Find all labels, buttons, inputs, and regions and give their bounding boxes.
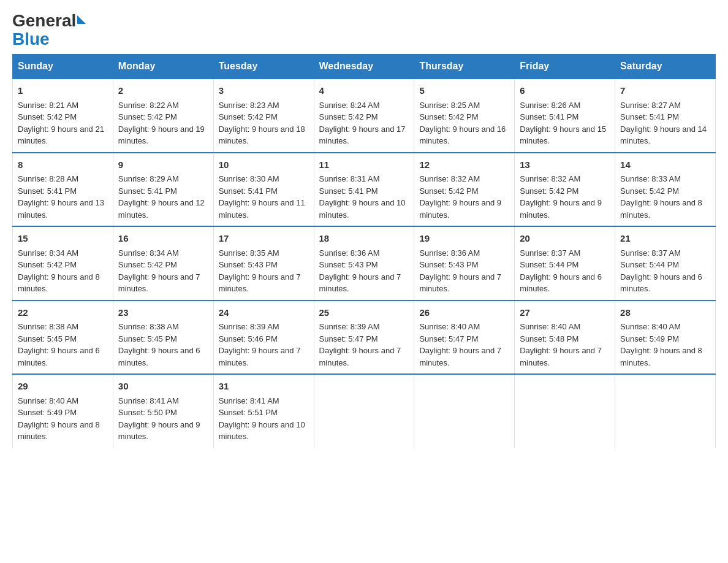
day-number: 15 xyxy=(18,232,108,246)
day-daylight: Daylight: 9 hours and 9 minutes. xyxy=(520,198,602,220)
day-number: 26 xyxy=(419,306,509,320)
day-sunrise: Sunrise: 8:23 AM xyxy=(219,101,279,110)
day-sunset: Sunset: 5:42 PM xyxy=(620,186,679,196)
day-sunrise: Sunrise: 8:41 AM xyxy=(219,396,279,405)
calendar-day-14: 14Sunrise: 8:33 AMSunset: 5:42 PMDayligh… xyxy=(615,153,716,227)
day-daylight: Daylight: 9 hours and 13 minutes. xyxy=(18,198,104,220)
day-sunrise: Sunrise: 8:38 AM xyxy=(18,322,78,331)
day-number: 23 xyxy=(118,306,208,320)
day-daylight: Daylight: 9 hours and 9 minutes. xyxy=(419,198,501,220)
calendar-header: SundayMondayTuesdayWednesdayThursdayFrid… xyxy=(13,55,716,79)
day-sunset: Sunset: 5:45 PM xyxy=(18,334,77,343)
page-header: General Blue xyxy=(12,12,716,48)
calendar-week-3: 15Sunrise: 8:34 AMSunset: 5:42 PMDayligh… xyxy=(13,226,716,301)
day-number: 2 xyxy=(118,84,208,98)
day-number: 14 xyxy=(620,158,710,172)
day-number: 16 xyxy=(118,232,208,246)
day-sunrise: Sunrise: 8:32 AM xyxy=(419,174,480,183)
day-daylight: Daylight: 9 hours and 6 minutes. xyxy=(118,346,200,367)
day-sunset: Sunset: 5:43 PM xyxy=(219,260,278,269)
day-sunrise: Sunrise: 8:39 AM xyxy=(319,322,380,331)
day-number: 20 xyxy=(520,232,610,246)
day-number: 1 xyxy=(18,84,108,98)
day-sunrise: Sunrise: 8:26 AM xyxy=(520,101,580,110)
day-daylight: Daylight: 9 hours and 6 minutes. xyxy=(620,272,702,294)
empty-day xyxy=(515,374,615,448)
day-sunset: Sunset: 5:45 PM xyxy=(118,334,177,343)
day-sunset: Sunset: 5:41 PM xyxy=(18,186,77,196)
calendar-day-9: 9Sunrise: 8:29 AMSunset: 5:41 PMDaylight… xyxy=(113,153,213,227)
day-number: 5 xyxy=(419,84,509,98)
calendar-day-19: 19Sunrise: 8:36 AMSunset: 5:43 PMDayligh… xyxy=(414,226,515,301)
day-sunset: Sunset: 5:44 PM xyxy=(520,260,578,269)
day-number: 9 xyxy=(118,158,208,172)
calendar-week-2: 8Sunrise: 8:28 AMSunset: 5:41 PMDaylight… xyxy=(13,153,716,227)
day-number: 17 xyxy=(219,232,309,246)
day-daylight: Daylight: 9 hours and 7 minutes. xyxy=(219,346,301,367)
empty-day xyxy=(314,374,414,448)
day-daylight: Daylight: 9 hours and 7 minutes. xyxy=(118,272,200,294)
day-sunset: Sunset: 5:51 PM xyxy=(219,408,278,417)
day-sunset: Sunset: 5:50 PM xyxy=(118,408,177,417)
day-number: 30 xyxy=(118,380,208,394)
weekday-header-saturday: Saturday xyxy=(615,55,716,79)
day-sunset: Sunset: 5:49 PM xyxy=(620,334,679,343)
calendar-day-17: 17Sunrise: 8:35 AMSunset: 5:43 PMDayligh… xyxy=(213,226,314,301)
day-sunset: Sunset: 5:42 PM xyxy=(319,112,378,121)
calendar-day-11: 11Sunrise: 8:31 AMSunset: 5:41 PMDayligh… xyxy=(314,153,414,227)
empty-day xyxy=(414,374,515,448)
day-number: 31 xyxy=(219,380,309,394)
day-number: 25 xyxy=(319,306,409,320)
day-number: 12 xyxy=(419,158,509,172)
day-daylight: Daylight: 9 hours and 19 minutes. xyxy=(118,124,205,146)
day-sunrise: Sunrise: 8:40 AM xyxy=(520,322,580,331)
day-sunrise: Sunrise: 8:36 AM xyxy=(319,248,380,258)
calendar-table: SundayMondayTuesdayWednesdayThursdayFrid… xyxy=(12,54,716,448)
calendar-day-5: 5Sunrise: 8:25 AMSunset: 5:42 PMDaylight… xyxy=(414,79,515,153)
logo-blue: Blue xyxy=(12,31,50,48)
calendar-day-27: 27Sunrise: 8:40 AMSunset: 5:48 PMDayligh… xyxy=(515,301,615,375)
day-sunset: Sunset: 5:43 PM xyxy=(319,260,378,269)
day-sunrise: Sunrise: 8:40 AM xyxy=(18,396,78,405)
calendar-day-15: 15Sunrise: 8:34 AMSunset: 5:42 PMDayligh… xyxy=(13,226,113,301)
day-sunset: Sunset: 5:41 PM xyxy=(118,186,177,196)
day-sunset: Sunset: 5:47 PM xyxy=(419,334,478,343)
day-daylight: Daylight: 9 hours and 10 minutes. xyxy=(219,420,305,442)
day-daylight: Daylight: 9 hours and 8 minutes. xyxy=(18,272,100,294)
day-daylight: Daylight: 9 hours and 15 minutes. xyxy=(520,124,606,146)
weekday-header-friday: Friday xyxy=(515,55,615,79)
day-daylight: Daylight: 9 hours and 14 minutes. xyxy=(620,124,707,146)
calendar-week-1: 1Sunrise: 8:21 AMSunset: 5:42 PMDaylight… xyxy=(13,79,716,153)
day-number: 13 xyxy=(520,158,610,172)
day-daylight: Daylight: 9 hours and 8 minutes. xyxy=(620,198,702,220)
day-number: 10 xyxy=(219,158,309,172)
calendar-day-6: 6Sunrise: 8:26 AMSunset: 5:41 PMDaylight… xyxy=(515,79,615,153)
calendar-day-28: 28Sunrise: 8:40 AMSunset: 5:49 PMDayligh… xyxy=(615,301,716,375)
calendar-day-16: 16Sunrise: 8:34 AMSunset: 5:42 PMDayligh… xyxy=(113,226,213,301)
calendar-day-29: 29Sunrise: 8:40 AMSunset: 5:49 PMDayligh… xyxy=(13,374,113,448)
day-sunrise: Sunrise: 8:36 AM xyxy=(419,248,480,258)
calendar-day-30: 30Sunrise: 8:41 AMSunset: 5:50 PMDayligh… xyxy=(113,374,213,448)
day-sunset: Sunset: 5:42 PM xyxy=(18,260,77,269)
day-number: 8 xyxy=(18,158,108,172)
day-daylight: Daylight: 9 hours and 11 minutes. xyxy=(219,198,305,220)
day-sunset: Sunset: 5:42 PM xyxy=(419,112,478,121)
day-daylight: Daylight: 9 hours and 10 minutes. xyxy=(319,198,406,220)
weekday-header-wednesday: Wednesday xyxy=(314,55,414,79)
day-sunrise: Sunrise: 8:25 AM xyxy=(419,101,480,110)
day-number: 27 xyxy=(520,306,610,320)
day-sunset: Sunset: 5:47 PM xyxy=(319,334,378,343)
weekday-header-monday: Monday xyxy=(113,55,213,79)
day-sunrise: Sunrise: 8:34 AM xyxy=(118,248,179,258)
day-sunset: Sunset: 5:42 PM xyxy=(118,112,177,121)
day-daylight: Daylight: 9 hours and 6 minutes. xyxy=(18,346,100,367)
calendar-day-24: 24Sunrise: 8:39 AMSunset: 5:46 PMDayligh… xyxy=(213,301,314,375)
calendar-day-26: 26Sunrise: 8:40 AMSunset: 5:47 PMDayligh… xyxy=(414,301,515,375)
day-sunset: Sunset: 5:42 PM xyxy=(520,186,578,196)
calendar-day-22: 22Sunrise: 8:38 AMSunset: 5:45 PMDayligh… xyxy=(13,301,113,375)
day-daylight: Daylight: 9 hours and 7 minutes. xyxy=(419,272,501,294)
calendar-week-4: 22Sunrise: 8:38 AMSunset: 5:45 PMDayligh… xyxy=(13,301,716,375)
day-sunset: Sunset: 5:41 PM xyxy=(620,112,679,121)
day-sunset: Sunset: 5:41 PM xyxy=(219,186,278,196)
logo-general: General xyxy=(12,12,76,29)
